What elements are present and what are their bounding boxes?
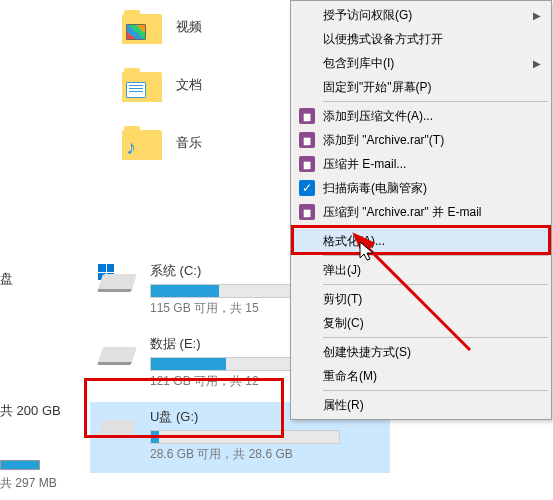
library-folders: 视频 文档 ♪ 音乐 bbox=[122, 0, 202, 174]
rar-icon: ▆ bbox=[299, 108, 315, 124]
menu-item-label: 格式化(A)... bbox=[323, 233, 385, 250]
menu-item[interactable]: 重命名(M) bbox=[293, 364, 549, 388]
menu-item-label: 授予访问权限(G) bbox=[323, 7, 412, 24]
menu-item-label: 添加到 "Archive.rar"(T) bbox=[323, 132, 444, 149]
menu-item[interactable]: ▆压缩并 E-mail... bbox=[293, 152, 549, 176]
menu-item[interactable]: 属性(R) bbox=[293, 393, 549, 417]
menu-item-label: 压缩到 "Archive.rar" 并 E-mail bbox=[323, 204, 482, 221]
shield-icon: ✓ bbox=[299, 180, 315, 196]
progress-bar-icon bbox=[0, 460, 40, 470]
menu-item[interactable]: 以便携式设备方式打开 bbox=[293, 27, 549, 51]
folder-label: 视频 bbox=[176, 18, 202, 36]
menu-item[interactable]: 固定到"开始"屏幕(P) bbox=[293, 75, 549, 99]
folder-videos[interactable]: 视频 bbox=[122, 0, 202, 54]
menu-item-label: 弹出(J) bbox=[323, 262, 361, 279]
menu-item-label: 以便携式设备方式打开 bbox=[323, 31, 443, 48]
context-menu: 授予访问权限(G)▶以便携式设备方式打开包含到库中(I)▶固定到"开始"屏幕(P… bbox=[290, 0, 552, 420]
folder-documents[interactable]: 文档 bbox=[122, 58, 202, 112]
bottom-status: 共 297 MB bbox=[0, 460, 57, 492]
menu-item-label: 压缩并 E-mail... bbox=[323, 156, 406, 173]
menu-item-label: 固定到"开始"屏幕(P) bbox=[323, 79, 432, 96]
menu-item[interactable]: 创建快捷方式(S) bbox=[293, 340, 549, 364]
menu-item[interactable]: 包含到库中(I)▶ bbox=[293, 51, 549, 75]
menu-separator bbox=[323, 226, 548, 227]
menu-item-label: 扫描病毒(电脑管家) bbox=[323, 180, 427, 197]
menu-item[interactable]: ▆添加到压缩文件(A)... bbox=[293, 104, 549, 128]
menu-separator bbox=[323, 284, 548, 285]
sidebar-disk-label: 盘 bbox=[0, 270, 13, 288]
menu-item[interactable]: 复制(C) bbox=[293, 311, 549, 335]
folder-label: 文档 bbox=[176, 76, 202, 94]
menu-item[interactable]: 弹出(J) bbox=[293, 258, 549, 282]
menu-item-label: 添加到压缩文件(A)... bbox=[323, 108, 433, 125]
menu-item-label: 复制(C) bbox=[323, 315, 364, 332]
menu-separator bbox=[323, 255, 548, 256]
folder-music[interactable]: ♪ 音乐 bbox=[122, 116, 202, 170]
drive-usage-bar bbox=[150, 430, 340, 444]
menu-item-label: 属性(R) bbox=[323, 397, 364, 414]
drive-icon bbox=[98, 264, 138, 294]
menu-item-label: 重命名(M) bbox=[323, 368, 377, 385]
drive-status: 28.6 GB 可用，共 28.6 GB bbox=[150, 446, 390, 463]
submenu-arrow-icon: ▶ bbox=[533, 58, 541, 69]
folder-icon bbox=[122, 68, 162, 102]
submenu-arrow-icon: ▶ bbox=[533, 10, 541, 21]
drive-icon bbox=[98, 410, 138, 440]
menu-item[interactable]: 格式化(A)... bbox=[293, 229, 549, 253]
folder-icon: ♪ bbox=[122, 126, 162, 160]
menu-item[interactable]: ▆压缩到 "Archive.rar" 并 E-mail bbox=[293, 200, 549, 224]
rar-icon: ▆ bbox=[299, 132, 315, 148]
menu-item-label: 创建快捷方式(S) bbox=[323, 344, 411, 361]
menu-item-label: 剪切(T) bbox=[323, 291, 362, 308]
drive-icon bbox=[98, 337, 138, 367]
rar-icon: ▆ bbox=[299, 204, 315, 220]
menu-separator bbox=[323, 101, 548, 102]
bottom-size: 共 297 MB bbox=[0, 476, 57, 490]
menu-item[interactable]: 授予访问权限(G)▶ bbox=[293, 3, 549, 27]
menu-item[interactable]: ✓扫描病毒(电脑管家) bbox=[293, 176, 549, 200]
menu-item-label: 包含到库中(I) bbox=[323, 55, 394, 72]
sidebar-size-label: 共 200 GB bbox=[0, 402, 61, 420]
rar-icon: ▆ bbox=[299, 156, 315, 172]
folder-label: 音乐 bbox=[176, 134, 202, 152]
menu-item[interactable]: 剪切(T) bbox=[293, 287, 549, 311]
menu-separator bbox=[323, 337, 548, 338]
menu-item[interactable]: ▆添加到 "Archive.rar"(T) bbox=[293, 128, 549, 152]
menu-separator bbox=[323, 390, 548, 391]
folder-icon bbox=[122, 10, 162, 44]
